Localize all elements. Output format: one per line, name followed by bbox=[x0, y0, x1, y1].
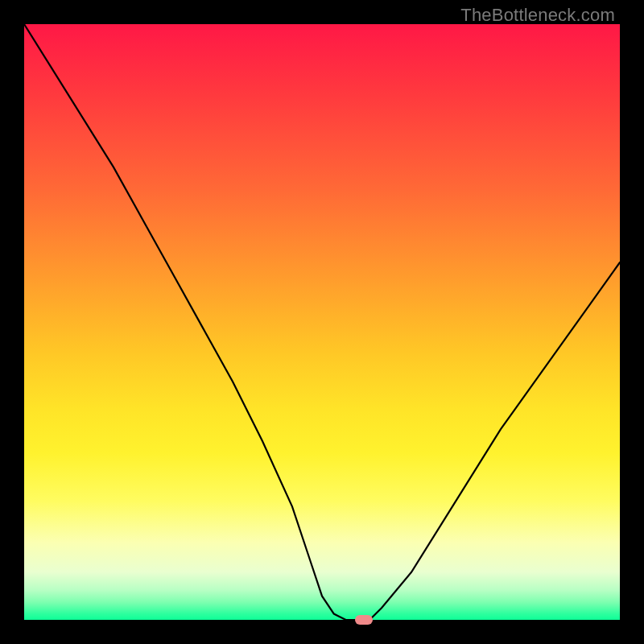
curve-path bbox=[24, 24, 620, 620]
plot-area bbox=[24, 24, 620, 620]
bottleneck-figure: TheBottleneck.com bbox=[0, 0, 644, 644]
optimum-marker bbox=[355, 615, 373, 625]
watermark-text: TheBottleneck.com bbox=[460, 5, 615, 26]
bottleneck-curve bbox=[24, 24, 620, 620]
